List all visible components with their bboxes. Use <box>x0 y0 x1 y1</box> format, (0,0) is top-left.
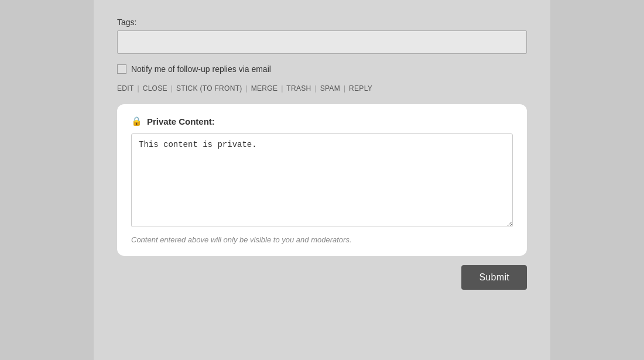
notify-label: Notify me of follow-up replies via email <box>131 64 271 74</box>
separator-1: | <box>138 84 139 92</box>
action-close-link[interactable]: CLOSE <box>143 84 167 92</box>
page-wrapper: Tags: Notify me of follow-up replies via… <box>0 0 644 360</box>
private-content-textarea[interactable]: This content is private. <box>131 133 513 227</box>
submit-row: Submit <box>117 265 527 290</box>
tags-input[interactable] <box>117 30 527 54</box>
separator-4: | <box>281 84 283 92</box>
private-content-note: Content entered above will only be visib… <box>131 235 513 244</box>
content-area: Tags: Notify me of follow-up replies via… <box>94 0 550 360</box>
notify-section: Notify me of follow-up replies via email <box>117 64 527 74</box>
separator-6: | <box>344 84 345 92</box>
action-reply-link[interactable]: REPLY <box>349 84 372 92</box>
private-content-box: 🔒 Private Content: This content is priva… <box>117 104 527 256</box>
tags-section: Tags: <box>117 18 527 54</box>
submit-button[interactable]: Submit <box>461 265 527 290</box>
separator-5: | <box>315 84 317 92</box>
tags-label: Tags: <box>117 18 527 27</box>
action-trash-link[interactable]: TRASH <box>286 84 311 92</box>
action-edit-link[interactable]: EDIT <box>117 84 134 92</box>
action-bar: EDIT | CLOSE | STICK (TO FRONT) | MERGE … <box>117 84 527 92</box>
private-content-header: 🔒 Private Content: <box>131 116 513 126</box>
private-content-title: Private Content: <box>147 116 215 126</box>
separator-2: | <box>171 84 173 92</box>
action-spam-link[interactable]: SPAM <box>320 84 340 92</box>
lock-icon: 🔒 <box>131 116 142 126</box>
action-merge-link[interactable]: MERGE <box>251 84 278 92</box>
notify-checkbox[interactable] <box>117 64 126 74</box>
separator-3: | <box>246 84 248 92</box>
action-stick-link[interactable]: STICK (TO FRONT) <box>176 84 242 92</box>
